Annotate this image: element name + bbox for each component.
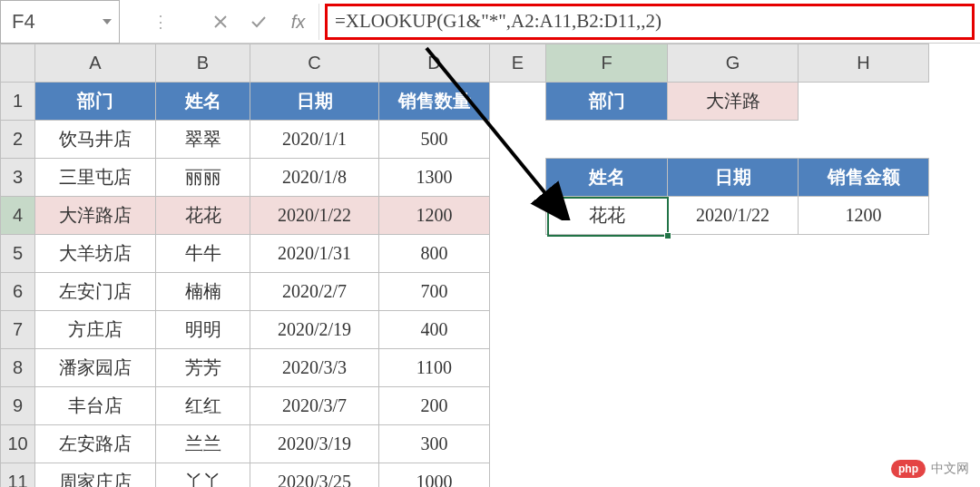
cell[interactable]: 丰台店: [35, 387, 156, 425]
spreadsheet-grid[interactable]: A B C D E F G H 1 部门 姓名 日期 销售数量 部门 大洋路 2…: [0, 44, 980, 487]
fx-label[interactable]: fx: [278, 4, 319, 40]
cell[interactable]: [668, 463, 799, 488]
name-box[interactable]: F4: [0, 0, 120, 44]
cell[interactable]: [668, 425, 799, 463]
cell[interactable]: [546, 235, 668, 273]
cell[interactable]: 2020/2/19: [250, 311, 379, 349]
cell[interactable]: 牛牛: [156, 235, 250, 273]
cell[interactable]: [490, 121, 546, 159]
cell[interactable]: 大洋路店: [35, 197, 156, 235]
lookup-result-date[interactable]: 2020/1/22: [668, 197, 799, 235]
table-header[interactable]: 销售数量: [379, 83, 490, 121]
cell[interactable]: 丫丫: [156, 463, 250, 488]
confirm-icon[interactable]: [240, 0, 278, 44]
lookup-header[interactable]: 日期: [668, 159, 799, 197]
col-header-D[interactable]: D: [379, 44, 490, 83]
cell[interactable]: [668, 121, 799, 159]
cell[interactable]: [799, 273, 929, 311]
cell[interactable]: [799, 349, 929, 387]
cell[interactable]: 1100: [379, 349, 490, 387]
cell[interactable]: 三里屯店: [35, 159, 156, 197]
cell[interactable]: 翠翠: [156, 121, 250, 159]
col-header-B[interactable]: B: [156, 44, 250, 83]
cell[interactable]: 2020/1/22: [250, 197, 379, 235]
cell[interactable]: 700: [379, 273, 490, 311]
cell[interactable]: 1000: [379, 463, 490, 488]
table-header[interactable]: 部门: [35, 83, 156, 121]
col-header-G[interactable]: G: [668, 44, 799, 83]
cell[interactable]: 红红: [156, 387, 250, 425]
cell[interactable]: 潘家园店: [35, 349, 156, 387]
cell[interactable]: [799, 387, 929, 425]
cell[interactable]: 2020/2/7: [250, 273, 379, 311]
cell[interactable]: 楠楠: [156, 273, 250, 311]
cell[interactable]: [490, 235, 546, 273]
cell[interactable]: 1200: [379, 197, 490, 235]
cell[interactable]: 2020/1/1: [250, 121, 379, 159]
cell[interactable]: 明明: [156, 311, 250, 349]
cell[interactable]: [668, 235, 799, 273]
col-header-H[interactable]: H: [799, 44, 929, 83]
cell[interactable]: 丽丽: [156, 159, 250, 197]
cell[interactable]: [490, 83, 546, 121]
lookup-label-dept[interactable]: 部门: [546, 83, 668, 121]
lookup-header[interactable]: 销售金额: [799, 159, 929, 197]
cell[interactable]: 1300: [379, 159, 490, 197]
row-header[interactable]: 8: [1, 349, 35, 387]
cell[interactable]: 2020/1/8: [250, 159, 379, 197]
select-all-corner[interactable]: [1, 44, 35, 83]
cell[interactable]: [799, 311, 929, 349]
cell[interactable]: 2020/3/3: [250, 349, 379, 387]
cell[interactable]: 花花: [156, 197, 250, 235]
row-header[interactable]: 5: [1, 235, 35, 273]
row-header[interactable]: 10: [1, 425, 35, 463]
col-header-C[interactable]: C: [250, 44, 379, 83]
lookup-value-dept[interactable]: 大洋路: [668, 83, 799, 121]
cell[interactable]: [546, 273, 668, 311]
cell[interactable]: [546, 311, 668, 349]
col-header-A[interactable]: A: [35, 44, 156, 83]
cell[interactable]: [668, 349, 799, 387]
formula-input[interactable]: =XLOOKUP(G1&"*",A2:A11,B2:D11,,2): [325, 4, 975, 40]
row-header[interactable]: 2: [1, 121, 35, 159]
fill-handle[interactable]: [664, 232, 671, 239]
cell[interactable]: 300: [379, 425, 490, 463]
lookup-header[interactable]: 姓名: [546, 159, 668, 197]
cell[interactable]: 芳芳: [156, 349, 250, 387]
row-header[interactable]: 6: [1, 273, 35, 311]
cell[interactable]: 800: [379, 235, 490, 273]
cell[interactable]: 500: [379, 121, 490, 159]
cell[interactable]: [490, 463, 546, 488]
cell[interactable]: [490, 273, 546, 311]
cell[interactable]: [490, 425, 546, 463]
cell[interactable]: [668, 273, 799, 311]
cell[interactable]: [546, 121, 668, 159]
cancel-icon[interactable]: [201, 0, 240, 44]
row-header[interactable]: 4: [1, 197, 35, 235]
cell[interactable]: 左安门店: [35, 273, 156, 311]
col-header-F[interactable]: F: [546, 44, 668, 83]
cell[interactable]: 2020/3/19: [250, 425, 379, 463]
cell[interactable]: [490, 349, 546, 387]
cell[interactable]: 周家庄店: [35, 463, 156, 488]
col-header-E[interactable]: E: [490, 44, 546, 83]
row-header[interactable]: 9: [1, 387, 35, 425]
cell[interactable]: [799, 121, 929, 159]
cell[interactable]: [546, 463, 668, 488]
cell[interactable]: [546, 425, 668, 463]
row-header[interactable]: 11: [1, 463, 35, 488]
cell[interactable]: [490, 197, 546, 235]
row-header[interactable]: 1: [1, 83, 35, 121]
cell[interactable]: [799, 425, 929, 463]
cell[interactable]: 400: [379, 311, 490, 349]
cell[interactable]: [799, 235, 929, 273]
lookup-result-name[interactable]: 花花: [546, 197, 668, 235]
cell[interactable]: [546, 349, 668, 387]
row-header[interactable]: 3: [1, 159, 35, 197]
cell[interactable]: 饮马井店: [35, 121, 156, 159]
cell[interactable]: [799, 83, 929, 121]
cell[interactable]: [490, 387, 546, 425]
cell[interactable]: 方庄店: [35, 311, 156, 349]
cell[interactable]: 200: [379, 387, 490, 425]
table-header[interactable]: 日期: [250, 83, 379, 121]
